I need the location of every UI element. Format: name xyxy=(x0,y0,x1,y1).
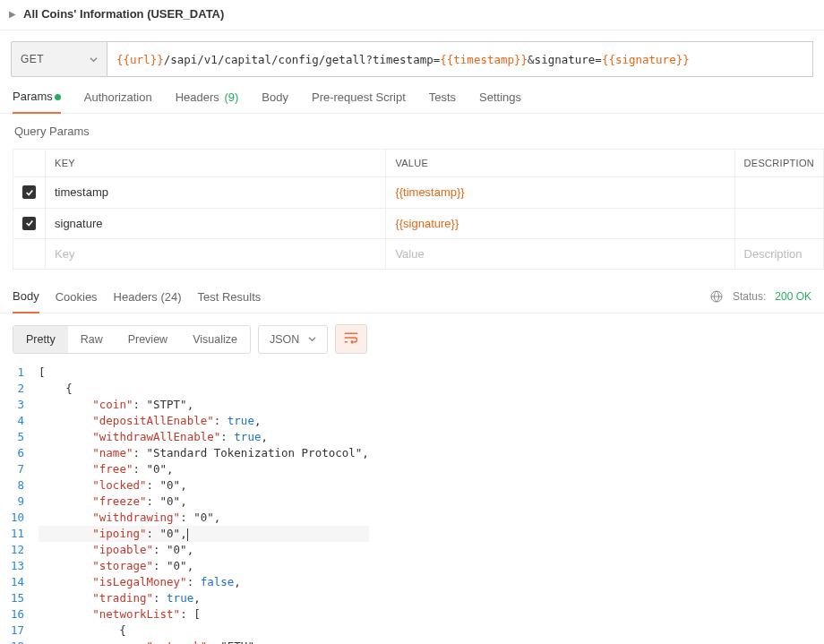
resp-tab-cookies[interactable]: Cookies xyxy=(56,290,98,313)
param-value-input[interactable]: Value xyxy=(386,239,734,270)
tab-authorization[interactable]: Authorization xyxy=(84,90,152,113)
param-row: timestamp {{timestamp}} xyxy=(13,177,824,209)
view-visualize-button[interactable]: Visualize xyxy=(180,326,250,353)
http-method-dropdown[interactable]: GET xyxy=(11,41,107,77)
param-checkbox[interactable] xyxy=(22,185,36,199)
param-checkbox[interactable] xyxy=(22,217,36,230)
tab-headers-count: (9) xyxy=(224,90,238,104)
param-value-cell[interactable]: {{signature}} xyxy=(386,208,734,239)
tab-tests[interactable]: Tests xyxy=(429,90,456,113)
url-var-timestamp: {{timestamp}} xyxy=(440,53,528,66)
resp-tab-headers-count: (24) xyxy=(160,290,181,304)
param-key-input[interactable]: Key xyxy=(46,239,386,270)
request-collapse-header[interactable]: ▶ All Coins' Information (USER_DATA) xyxy=(0,0,824,30)
status-label: Status: xyxy=(733,290,766,303)
request-title: All Coins' Information (USER_DATA) xyxy=(23,7,224,21)
view-preview-button[interactable]: Preview xyxy=(116,326,180,353)
view-raw-button[interactable]: Raw xyxy=(68,326,116,353)
response-lang-dropdown[interactable]: JSON xyxy=(258,325,328,354)
param-header-check xyxy=(13,150,46,177)
response-lang-label: JSON xyxy=(270,333,299,346)
response-tabs: Body Cookies Headers (24) Test Results S… xyxy=(0,270,824,313)
globe-icon[interactable] xyxy=(709,289,724,304)
tab-params-label: Params xyxy=(13,90,53,103)
param-key-cell[interactable]: signature xyxy=(46,208,386,239)
code-content: [ { "coin": "STPT", "depositAllEnable": … xyxy=(39,365,369,644)
response-body[interactable]: 123456789101112131415161718 [ { "coin": … xyxy=(0,365,824,644)
url-path: /sapi/v1/capital/config/getall?timestamp… xyxy=(164,53,441,66)
params-modified-dot xyxy=(55,94,61,100)
query-params-table: KEY VALUE DESCRIPTION timestamp {{timest… xyxy=(13,149,824,270)
tab-params[interactable]: Params xyxy=(13,90,61,114)
url-input[interactable]: {{url}}/sapi/v1/capital/config/getall?ti… xyxy=(107,41,813,77)
param-checkbox-empty[interactable] xyxy=(13,239,46,270)
url-sig-sep: &signature= xyxy=(528,53,602,66)
param-header-key: KEY xyxy=(46,150,386,177)
chevron-down-icon xyxy=(308,335,316,343)
url-var-signature: {{signature}} xyxy=(602,53,690,66)
response-view-bar: Pretty Raw Preview Visualize JSON xyxy=(0,313,824,365)
resp-tab-headers-label: Headers xyxy=(114,290,158,304)
tab-settings[interactable]: Settings xyxy=(479,90,521,113)
request-url-bar: GET {{url}}/sapi/v1/capital/config/getal… xyxy=(11,41,813,77)
param-header-value: VALUE xyxy=(386,150,734,177)
tab-headers-label: Headers xyxy=(176,90,219,104)
tab-prerequest[interactable]: Pre-request Script xyxy=(312,90,406,113)
tab-body[interactable]: Body xyxy=(262,90,288,113)
chevron-right-icon: ▶ xyxy=(9,9,16,19)
url-var-base: {{url}} xyxy=(116,53,164,66)
param-row-new: Key Value Description xyxy=(13,239,824,270)
param-key-cell[interactable]: timestamp xyxy=(46,177,386,209)
resp-tab-test-results[interactable]: Test Results xyxy=(198,290,262,313)
chevron-down-icon xyxy=(90,56,98,64)
param-desc-cell[interactable] xyxy=(734,177,823,209)
query-params-label: Query Params xyxy=(0,114,824,149)
view-pretty-button[interactable]: Pretty xyxy=(13,326,68,353)
param-row: signature {{signature}} xyxy=(13,208,824,239)
wrap-lines-button[interactable] xyxy=(335,324,367,354)
resp-tab-body[interactable]: Body xyxy=(13,289,39,313)
line-gutter: 123456789101112131415161718 xyxy=(11,365,39,644)
view-mode-segment: Pretty Raw Preview Visualize xyxy=(13,325,251,354)
resp-tab-headers[interactable]: Headers (24) xyxy=(114,290,182,313)
param-desc-cell[interactable] xyxy=(734,208,823,239)
tab-headers[interactable]: Headers (9) xyxy=(176,90,239,113)
http-method-label: GET xyxy=(21,53,44,65)
param-desc-input[interactable]: Description xyxy=(734,239,823,270)
status-value: 200 OK xyxy=(775,290,811,303)
param-value-cell[interactable]: {{timestamp}} xyxy=(386,177,734,209)
param-header-description: DESCRIPTION xyxy=(734,150,823,177)
wrap-icon xyxy=(344,331,358,344)
request-tabs: Params Authorization Headers (9) Body Pr… xyxy=(0,77,824,114)
